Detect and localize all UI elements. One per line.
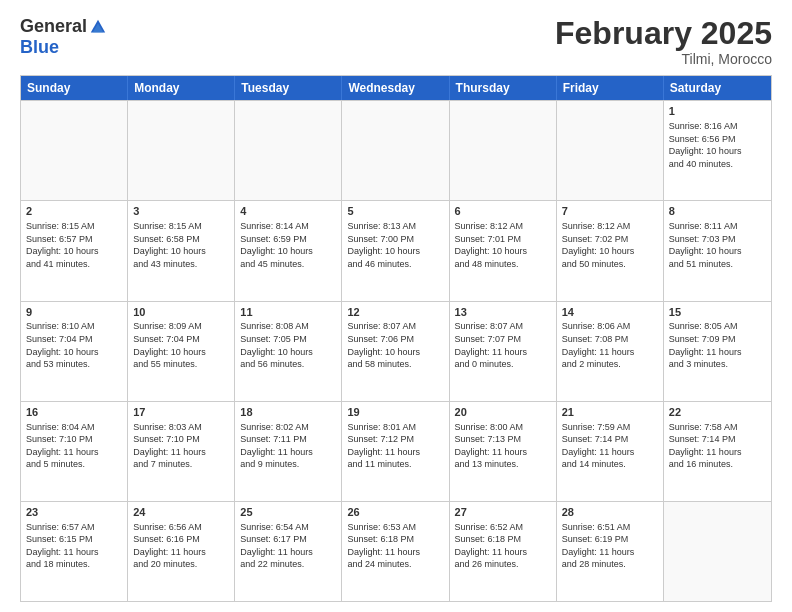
calendar-cell [557, 101, 664, 200]
cell-info: Sunrise: 8:07 AM Sunset: 7:07 PM Dayligh… [455, 320, 551, 370]
calendar-cell: 27Sunrise: 6:52 AM Sunset: 6:18 PM Dayli… [450, 502, 557, 601]
title-block: February 2025 Tilmi, Morocco [555, 16, 772, 67]
header: General Blue February 2025 Tilmi, Morocc… [20, 16, 772, 67]
cell-info: Sunrise: 6:54 AM Sunset: 6:17 PM Dayligh… [240, 521, 336, 571]
day-number: 1 [669, 104, 766, 119]
day-number: 8 [669, 204, 766, 219]
calendar-cell: 4Sunrise: 8:14 AM Sunset: 6:59 PM Daylig… [235, 201, 342, 300]
day-number: 11 [240, 305, 336, 320]
day-number: 2 [26, 204, 122, 219]
calendar-cell [128, 101, 235, 200]
calendar-cell: 12Sunrise: 8:07 AM Sunset: 7:06 PM Dayli… [342, 302, 449, 401]
cell-info: Sunrise: 8:12 AM Sunset: 7:02 PM Dayligh… [562, 220, 658, 270]
cell-info: Sunrise: 8:01 AM Sunset: 7:12 PM Dayligh… [347, 421, 443, 471]
calendar-row: 23Sunrise: 6:57 AM Sunset: 6:15 PM Dayli… [21, 501, 771, 601]
month-title: February 2025 [555, 16, 772, 51]
day-number: 10 [133, 305, 229, 320]
calendar-cell: 18Sunrise: 8:02 AM Sunset: 7:11 PM Dayli… [235, 402, 342, 501]
calendar-cell: 25Sunrise: 6:54 AM Sunset: 6:17 PM Dayli… [235, 502, 342, 601]
cell-info: Sunrise: 8:09 AM Sunset: 7:04 PM Dayligh… [133, 320, 229, 370]
cell-info: Sunrise: 6:53 AM Sunset: 6:18 PM Dayligh… [347, 521, 443, 571]
location: Tilmi, Morocco [555, 51, 772, 67]
day-number: 23 [26, 505, 122, 520]
day-number: 24 [133, 505, 229, 520]
cell-info: Sunrise: 8:15 AM Sunset: 6:57 PM Dayligh… [26, 220, 122, 270]
calendar-cell: 17Sunrise: 8:03 AM Sunset: 7:10 PM Dayli… [128, 402, 235, 501]
calendar-cell: 7Sunrise: 8:12 AM Sunset: 7:02 PM Daylig… [557, 201, 664, 300]
day-number: 19 [347, 405, 443, 420]
cell-info: Sunrise: 6:56 AM Sunset: 6:16 PM Dayligh… [133, 521, 229, 571]
day-number: 14 [562, 305, 658, 320]
day-number: 13 [455, 305, 551, 320]
day-number: 16 [26, 405, 122, 420]
day-number: 28 [562, 505, 658, 520]
calendar-cell: 5Sunrise: 8:13 AM Sunset: 7:00 PM Daylig… [342, 201, 449, 300]
calendar-cell: 28Sunrise: 6:51 AM Sunset: 6:19 PM Dayli… [557, 502, 664, 601]
logo-blue: Blue [20, 37, 59, 58]
calendar-body: 1Sunrise: 8:16 AM Sunset: 6:56 PM Daylig… [21, 100, 771, 601]
calendar-cell: 23Sunrise: 6:57 AM Sunset: 6:15 PM Dayli… [21, 502, 128, 601]
calendar-cell: 26Sunrise: 6:53 AM Sunset: 6:18 PM Dayli… [342, 502, 449, 601]
calendar-cell: 22Sunrise: 7:58 AM Sunset: 7:14 PM Dayli… [664, 402, 771, 501]
calendar-cell [342, 101, 449, 200]
cell-info: Sunrise: 8:13 AM Sunset: 7:00 PM Dayligh… [347, 220, 443, 270]
day-number: 3 [133, 204, 229, 219]
day-number: 20 [455, 405, 551, 420]
calendar-cell: 14Sunrise: 8:06 AM Sunset: 7:08 PM Dayli… [557, 302, 664, 401]
day-number: 22 [669, 405, 766, 420]
day-number: 15 [669, 305, 766, 320]
weekday-header: Friday [557, 76, 664, 100]
cell-info: Sunrise: 8:05 AM Sunset: 7:09 PM Dayligh… [669, 320, 766, 370]
weekday-header: Sunday [21, 76, 128, 100]
cell-info: Sunrise: 8:15 AM Sunset: 6:58 PM Dayligh… [133, 220, 229, 270]
calendar-cell: 1Sunrise: 8:16 AM Sunset: 6:56 PM Daylig… [664, 101, 771, 200]
calendar-cell [21, 101, 128, 200]
logo-general: General [20, 16, 87, 37]
calendar-row: 1Sunrise: 8:16 AM Sunset: 6:56 PM Daylig… [21, 100, 771, 200]
page: General Blue February 2025 Tilmi, Morocc… [0, 0, 792, 612]
cell-info: Sunrise: 8:00 AM Sunset: 7:13 PM Dayligh… [455, 421, 551, 471]
logo: General Blue [20, 16, 107, 58]
calendar-cell: 15Sunrise: 8:05 AM Sunset: 7:09 PM Dayli… [664, 302, 771, 401]
calendar-cell [235, 101, 342, 200]
cell-info: Sunrise: 8:11 AM Sunset: 7:03 PM Dayligh… [669, 220, 766, 270]
calendar-cell: 11Sunrise: 8:08 AM Sunset: 7:05 PM Dayli… [235, 302, 342, 401]
cell-info: Sunrise: 8:12 AM Sunset: 7:01 PM Dayligh… [455, 220, 551, 270]
cell-info: Sunrise: 8:10 AM Sunset: 7:04 PM Dayligh… [26, 320, 122, 370]
calendar-cell: 19Sunrise: 8:01 AM Sunset: 7:12 PM Dayli… [342, 402, 449, 501]
day-number: 25 [240, 505, 336, 520]
cell-info: Sunrise: 7:59 AM Sunset: 7:14 PM Dayligh… [562, 421, 658, 471]
calendar-cell [664, 502, 771, 601]
calendar-cell: 16Sunrise: 8:04 AM Sunset: 7:10 PM Dayli… [21, 402, 128, 501]
cell-info: Sunrise: 8:07 AM Sunset: 7:06 PM Dayligh… [347, 320, 443, 370]
cell-info: Sunrise: 8:16 AM Sunset: 6:56 PM Dayligh… [669, 120, 766, 170]
day-number: 26 [347, 505, 443, 520]
cell-info: Sunrise: 6:57 AM Sunset: 6:15 PM Dayligh… [26, 521, 122, 571]
calendar-cell: 6Sunrise: 8:12 AM Sunset: 7:01 PM Daylig… [450, 201, 557, 300]
cell-info: Sunrise: 8:03 AM Sunset: 7:10 PM Dayligh… [133, 421, 229, 471]
weekday-header: Thursday [450, 76, 557, 100]
day-number: 5 [347, 204, 443, 219]
calendar-cell: 9Sunrise: 8:10 AM Sunset: 7:04 PM Daylig… [21, 302, 128, 401]
cell-info: Sunrise: 8:06 AM Sunset: 7:08 PM Dayligh… [562, 320, 658, 370]
calendar-cell: 8Sunrise: 8:11 AM Sunset: 7:03 PM Daylig… [664, 201, 771, 300]
calendar: SundayMondayTuesdayWednesdayThursdayFrid… [20, 75, 772, 602]
calendar-cell: 24Sunrise: 6:56 AM Sunset: 6:16 PM Dayli… [128, 502, 235, 601]
day-number: 27 [455, 505, 551, 520]
logo-icon [89, 18, 107, 36]
day-number: 12 [347, 305, 443, 320]
cell-info: Sunrise: 8:04 AM Sunset: 7:10 PM Dayligh… [26, 421, 122, 471]
day-number: 9 [26, 305, 122, 320]
calendar-header: SundayMondayTuesdayWednesdayThursdayFrid… [21, 76, 771, 100]
calendar-cell: 3Sunrise: 8:15 AM Sunset: 6:58 PM Daylig… [128, 201, 235, 300]
weekday-header: Tuesday [235, 76, 342, 100]
day-number: 7 [562, 204, 658, 219]
calendar-cell: 13Sunrise: 8:07 AM Sunset: 7:07 PM Dayli… [450, 302, 557, 401]
day-number: 17 [133, 405, 229, 420]
cell-info: Sunrise: 6:52 AM Sunset: 6:18 PM Dayligh… [455, 521, 551, 571]
day-number: 4 [240, 204, 336, 219]
cell-info: Sunrise: 8:08 AM Sunset: 7:05 PM Dayligh… [240, 320, 336, 370]
cell-info: Sunrise: 7:58 AM Sunset: 7:14 PM Dayligh… [669, 421, 766, 471]
calendar-cell: 10Sunrise: 8:09 AM Sunset: 7:04 PM Dayli… [128, 302, 235, 401]
cell-info: Sunrise: 8:02 AM Sunset: 7:11 PM Dayligh… [240, 421, 336, 471]
